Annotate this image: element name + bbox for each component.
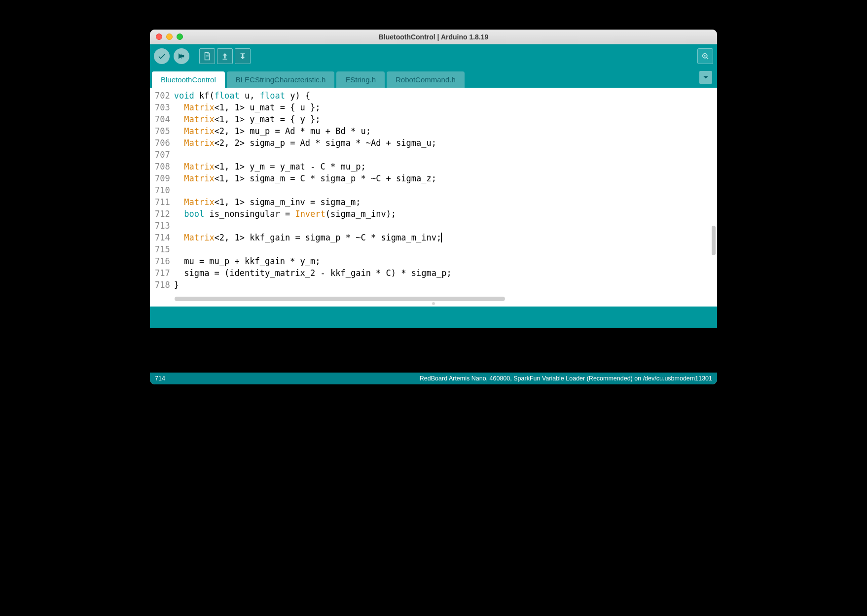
horizontal-scrollbar[interactable]: [175, 297, 505, 301]
svg-rect-4: [241, 53, 245, 54]
new-file-button[interactable]: [199, 48, 215, 64]
svg-rect-1: [206, 57, 209, 57]
serial-monitor-button[interactable]: [697, 48, 713, 64]
statusbar: 714 RedBoard Artemis Nano, 460800, Spark…: [150, 373, 717, 384]
upload-button[interactable]: [174, 48, 189, 64]
tab-blecstringcharacteristic-h[interactable]: BLECStringCharacteristic.h: [227, 71, 335, 88]
tab-menu-button[interactable]: [699, 71, 712, 84]
line-gutter: 7027037047057067077087097107117127137147…: [150, 88, 173, 295]
tab-bluetoothcontrol[interactable]: BluetoothControl: [152, 71, 225, 88]
board-info: RedBoard Artemis Nano, 460800, SparkFun …: [420, 375, 712, 382]
resize-handle-icon[interactable]: [432, 302, 435, 305]
minimize-window-button[interactable]: [166, 34, 173, 40]
text-cursor: [441, 233, 442, 242]
save-file-button[interactable]: [235, 48, 251, 64]
console-output[interactable]: [150, 328, 717, 373]
verify-button[interactable]: [154, 48, 170, 64]
titlebar[interactable]: BluetoothControl | Arduino 1.8.19: [150, 30, 717, 44]
compile-status-area: [150, 307, 717, 328]
svg-rect-0: [206, 56, 209, 56]
open-file-button[interactable]: [217, 48, 233, 64]
editor-area[interactable]: 7027037047057067077087097107117127137147…: [150, 88, 717, 295]
code-content[interactable]: void kf(float u, float y) { Matrix<1, 1>…: [173, 88, 717, 295]
svg-point-7: [704, 55, 706, 57]
zoom-window-button[interactable]: [177, 34, 183, 40]
tab-estring-h[interactable]: EString.h: [336, 71, 385, 88]
close-window-button[interactable]: [156, 34, 162, 40]
tab-robotcommand-h[interactable]: RobotCommand.h: [387, 71, 465, 88]
svg-rect-2: [206, 58, 208, 58]
horizontal-scrollbar-track: [150, 295, 717, 307]
traffic-lights: [150, 34, 183, 40]
cursor-position: 714: [155, 375, 165, 382]
vertical-scrollbar[interactable]: [712, 226, 716, 255]
svg-line-6: [707, 58, 708, 59]
arduino-window: BluetoothControl | Arduino 1.8.19 Blueto…: [150, 30, 717, 384]
svg-rect-3: [223, 59, 227, 60]
window-title: BluetoothControl | Arduino 1.8.19: [150, 33, 717, 41]
tabbar: BluetoothControlBLECStringCharacteristic…: [150, 68, 717, 88]
toolbar: [150, 44, 717, 68]
